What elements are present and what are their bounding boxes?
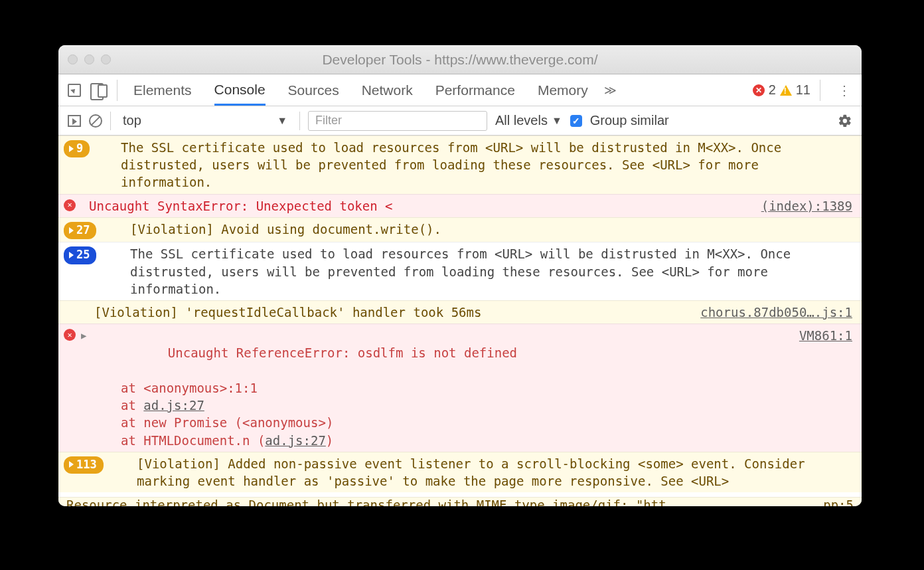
tab-network[interactable]: Network (362, 76, 413, 105)
tab-console[interactable]: Console (214, 75, 266, 106)
error-icon: ✕ (64, 199, 76, 211)
devtools-window: Developer Tools - https://www.theverge.c… (58, 45, 862, 506)
badge-count: 113 (76, 457, 97, 472)
levels-label: All levels (495, 113, 548, 128)
console-row[interactable]: 113 [Violation] Added non-passive event … (58, 452, 862, 492)
separator (117, 80, 117, 101)
console-row[interactable]: [Violation] 'requestIdleCallback' handle… (58, 300, 862, 324)
source-link[interactable]: VM861:1 (799, 327, 852, 344)
console-row[interactable]: 27 [Violation] Avoid using document.writ… (58, 217, 862, 242)
console-row[interactable]: 25 The SSL certificate used to load reso… (58, 242, 862, 300)
log-levels-selector[interactable]: All levels ▼ (495, 113, 562, 128)
message-text: Uncaught SyntaxError: Unexpected token < (89, 197, 854, 215)
separator (820, 80, 820, 101)
titlebar: Developer Tools - https://www.theverge.c… (58, 45, 862, 74)
error-icon: ✕ (64, 329, 76, 341)
tab-performance[interactable]: Performance (435, 76, 515, 105)
group-count-badge[interactable]: 25 (64, 246, 96, 264)
source-link[interactable]: ad.js:27 (265, 433, 326, 448)
execution-context-selector[interactable]: top ▼ (119, 113, 291, 128)
tab-elements[interactable]: Elements (133, 76, 192, 105)
console-toolbar: top ▼ All levels ▼ ✓ Group similar (58, 106, 862, 136)
chevron-down-icon: ▼ (552, 115, 562, 127)
group-count-badge[interactable]: 113 (64, 456, 104, 474)
separator (299, 112, 300, 130)
source-link[interactable]: chorus.87db050….js:1 (700, 304, 852, 321)
group-count-badge[interactable]: 27 (64, 222, 96, 239)
separator (110, 112, 111, 130)
error-icon: ✕ (753, 84, 765, 96)
settings-menu-icon[interactable]: ⋮ (836, 82, 852, 98)
issue-counts[interactable]: ✕ 2 11 (753, 82, 810, 98)
stack-trace: at <anonymous>:1:1 at ad.js:27 at new Pr… (121, 379, 854, 449)
window-title: Developer Tools - https://www.theverge.c… (58, 52, 862, 68)
console-row[interactable]: ✕ ▶ Uncaught ReferenceError: osdlfm is n… (58, 324, 862, 452)
message-text: The SSL certificate used to load resourc… (130, 245, 854, 298)
inspect-icon[interactable] (68, 84, 81, 97)
badge-count: 25 (76, 247, 90, 262)
tab-memory[interactable]: Memory (538, 76, 588, 105)
warning-count: 11 (796, 82, 810, 98)
expand-icon (69, 227, 74, 234)
expand-icon[interactable]: ▶ (81, 330, 86, 342)
context-label: top (123, 113, 141, 128)
panel-tabs: Elements Console Sources Network Perform… (133, 75, 588, 105)
expand-icon (69, 252, 74, 258)
message-text: [Violation] Avoid using document.write()… (130, 221, 854, 238)
console-row-cutoff: Resource interpreted as Document but tra… (58, 497, 862, 506)
tab-sources[interactable]: Sources (288, 76, 339, 105)
message-text: Uncaught ReferenceError: osdlfm is not d… (168, 345, 517, 360)
message-text: [Violation] Added non-passive event list… (137, 455, 854, 490)
console-row[interactable]: ✕ Uncaught SyntaxError: Unexpected token… (58, 194, 862, 217)
error-count: 2 (769, 82, 776, 98)
expand-icon (69, 461, 74, 468)
group-count-badge[interactable]: 9 (64, 140, 90, 157)
device-toolbar-icon[interactable] (90, 83, 108, 98)
more-tabs-icon[interactable]: ≫ (604, 83, 617, 98)
filter-input[interactable] (308, 111, 487, 131)
panel-tabbar: Elements Console Sources Network Perform… (58, 74, 862, 106)
console-settings-icon[interactable] (838, 114, 852, 128)
badge-count: 27 (76, 223, 90, 238)
toggle-console-sidebar-icon[interactable] (68, 115, 81, 127)
badge-count: 9 (76, 141, 83, 156)
source-link[interactable]: (index):1389 (761, 197, 852, 215)
chevron-down-icon: ▼ (277, 115, 287, 127)
clear-console-icon[interactable] (89, 114, 102, 128)
warning-icon (780, 85, 792, 96)
console-log: 9 The SSL certificate used to load resou… (58, 136, 862, 506)
group-similar-label: Group similar (590, 113, 669, 128)
source-link[interactable]: ad.js:27 (143, 398, 204, 413)
expand-icon (69, 145, 74, 152)
message-text: The SSL certificate used to load resourc… (121, 139, 854, 191)
console-row[interactable]: 9 The SSL certificate used to load resou… (58, 136, 862, 194)
group-similar-checkbox[interactable]: ✓ (570, 115, 582, 127)
